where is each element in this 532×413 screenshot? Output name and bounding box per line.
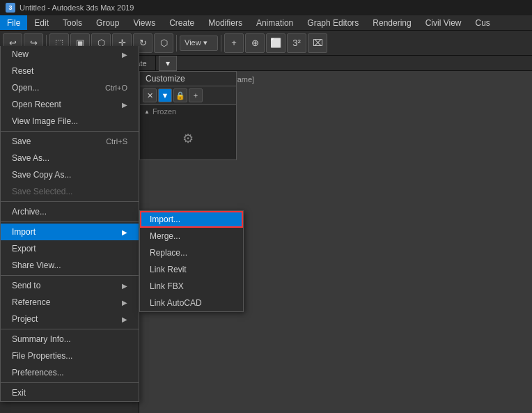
arrow-icon: ▶ <box>122 299 127 306</box>
separator <box>1 275 139 276</box>
view-dropdown[interactable]: View ▾ <box>180 36 218 51</box>
menu-file[interactable]: File <box>0 15 27 30</box>
gear-icon: ⚙ <box>182 131 194 146</box>
submenu-link-autocad[interactable]: Link AutoCAD <box>140 295 243 311</box>
file-menu-new[interactable]: New ▶ <box>1 46 139 63</box>
customize-toolbar: ✕ ▼ 🔒 + <box>140 86 236 105</box>
frozen-label: Frozen <box>152 107 176 116</box>
arrow-icon: ▶ <box>122 228 127 236</box>
file-menu-open-recent[interactable]: Open Recent ▶ <box>1 96 139 113</box>
separator <box>1 131 139 132</box>
file-menu-file-props[interactable]: File Properties... <box>1 348 139 364</box>
menu-civil-view[interactable]: Civil View <box>418 15 469 30</box>
menu-modifiers[interactable]: Modifiers <box>201 15 249 30</box>
submenu-link-revit[interactable]: Link Revit <box>140 261 243 278</box>
separator <box>1 329 139 329</box>
file-menu-dropdown: New ▶ Reset Open... Ctrl+O Open Recent ▶… <box>0 46 139 402</box>
file-menu-summary[interactable]: Summary Info... <box>1 331 139 348</box>
file-menu-open[interactable]: Open... Ctrl+O <box>1 79 139 96</box>
file-menu-save-as[interactable]: Save As... <box>1 150 139 166</box>
sep3 <box>221 35 221 52</box>
file-menu-save-copy[interactable]: Save Copy As... <box>1 166 139 183</box>
file-menu-reset[interactable]: Reset <box>1 63 139 79</box>
app-icon: 3 <box>6 3 15 13</box>
triangle-icon: ▲ <box>144 109 150 115</box>
file-menu-archive[interactable]: Archive... <box>1 203 139 220</box>
arrow-icon: ▶ <box>122 315 127 323</box>
cust-add-btn[interactable]: + <box>189 88 203 102</box>
submenu-replace[interactable]: Replace... <box>140 244 243 261</box>
scale-btn[interactable]: ⬡ <box>154 33 173 53</box>
window-title: Untitled - Autodesk 3ds Max 2019 <box>19 3 134 12</box>
file-menu-save[interactable]: Save Ctrl+S <box>1 133 139 150</box>
title-bar: 3 Untitled - Autodesk 3ds Max 2019 <box>0 0 532 15</box>
mirror-btn[interactable]: ⬜ <box>266 33 285 53</box>
snap-btn[interactable]: + <box>224 33 244 53</box>
separator <box>1 221 139 222</box>
customize-frozen-row: ▲ Frozen <box>140 105 236 118</box>
arrow-icon: ▶ <box>122 101 127 109</box>
file-menu-preferences[interactable]: Preferences... <box>1 364 139 381</box>
submenu-link-fbx[interactable]: Link FBX <box>140 278 243 295</box>
submenu-import[interactable]: Import... <box>140 211 243 228</box>
file-menu-save-selected: Save Selected... <box>1 183 139 200</box>
file-menu-share-view[interactable]: Share View... <box>1 257 139 274</box>
file-menu-project[interactable]: Project ▶ <box>1 311 139 327</box>
file-menu-exit[interactable]: Exit <box>1 384 139 401</box>
menu-group[interactable]: Group <box>89 15 126 30</box>
submenu-merge[interactable]: Merge... <box>140 228 243 244</box>
arrow-icon: ▶ <box>122 51 127 59</box>
extra-dropdown[interactable]: ▾ <box>159 56 177 71</box>
file-menu-reference[interactable]: Reference ▶ <box>1 294 139 311</box>
file-menu-view-image[interactable]: View Image File... <box>1 113 139 130</box>
cust-filter-btn[interactable]: ▼ <box>158 88 172 102</box>
menu-edit[interactable]: Edit <box>27 15 56 30</box>
layers-btn[interactable]: ⌧ <box>308 33 327 53</box>
snap2-btn[interactable]: ⊕ <box>245 33 265 53</box>
cust-close-btn[interactable]: ✕ <box>143 88 157 102</box>
file-menu-export[interactable]: Export <box>1 240 139 257</box>
menu-create[interactable]: Create <box>162 15 201 30</box>
menu-cus[interactable]: Cus <box>469 15 497 30</box>
file-menu-send-to[interactable]: Send to ▶ <box>1 277 139 294</box>
align-btn[interactable]: 3² <box>287 33 306 53</box>
menu-animation[interactable]: Animation <box>249 15 300 30</box>
menu-rendering[interactable]: Rendering <box>366 15 418 30</box>
sep2 <box>176 35 177 52</box>
separator <box>1 382 139 383</box>
import-submenu: Import... Merge... Replace... Link Revit… <box>139 210 244 312</box>
customize-title: Customize <box>146 74 185 84</box>
customize-panel: Customize ✕ ▼ 🔒 + ▲ Frozen ⚙ <box>139 71 237 160</box>
file-menu-import[interactable]: Import ▶ <box>1 224 139 240</box>
menu-graph-editors[interactable]: Graph Editors <box>300 15 366 30</box>
menu-bar: File Edit Tools Group Views Create Modif… <box>0 15 532 31</box>
customize-header: Customize <box>140 72 236 86</box>
cust-lock-btn[interactable]: 🔒 <box>173 88 187 102</box>
customize-content: ⚙ <box>140 118 236 159</box>
menu-tools[interactable]: Tools <box>56 15 89 30</box>
separator <box>1 201 139 202</box>
menu-views[interactable]: Views <box>126 15 162 30</box>
arrow-icon: ▶ <box>122 282 127 290</box>
